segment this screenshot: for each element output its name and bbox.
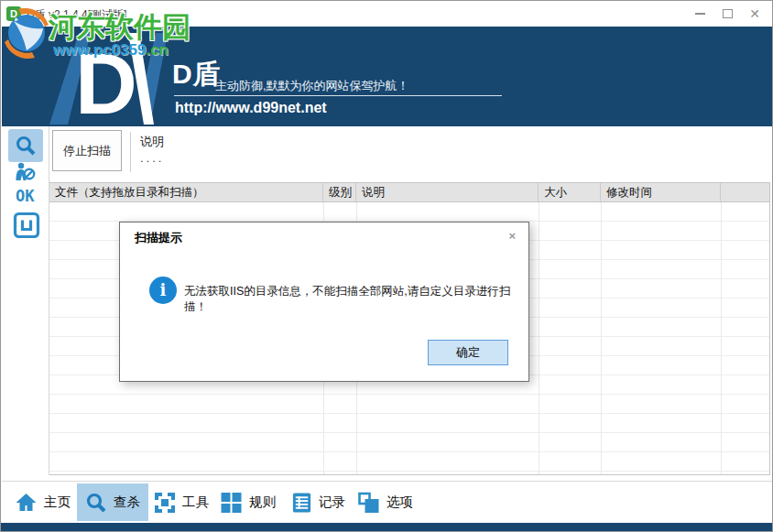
minimize-icon <box>695 13 705 15</box>
sidebar-item-ok[interactable]: OK <box>16 187 34 205</box>
column-header-extra[interactable] <box>721 183 769 201</box>
dialog-ok-button[interactable]: 确定 <box>428 340 508 365</box>
stop-scan-button[interactable]: 停止扫描 <box>52 130 122 171</box>
table-right-border <box>769 182 770 475</box>
scan-icon <box>85 492 107 514</box>
grid-line <box>721 202 722 474</box>
info-icon: i <box>149 277 177 304</box>
product-name: D盾 <box>172 56 222 93</box>
app-window: D D盾 v2.1.4.4[测试版] ✕ D D盾 主动防御,默默为你的网站保驾… <box>0 0 773 532</box>
nav-label: 工具 <box>182 494 209 511</box>
maximize-icon <box>723 9 733 18</box>
rules-icon <box>220 492 243 514</box>
close-button[interactable]: ✕ <box>741 1 768 27</box>
nav-item-scan[interactable]: 查杀 <box>77 483 148 521</box>
grid-line <box>539 202 539 474</box>
nav-label: 主页 <box>44 494 71 511</box>
nav-item-tools[interactable]: 工具 <box>146 483 217 521</box>
records-icon <box>291 492 312 514</box>
banner-url: http://www.d99net.net <box>175 100 327 116</box>
home-icon <box>15 492 38 514</box>
person-block-icon <box>13 162 37 182</box>
nav-item-rules[interactable]: 规则 <box>212 483 284 521</box>
nav-label: 记录 <box>319 494 345 511</box>
nav-item-home[interactable]: 主页 <box>6 483 79 521</box>
tools-icon <box>154 492 176 514</box>
grid-line <box>601 202 602 474</box>
search-icon <box>15 135 37 157</box>
bottom-separator <box>2 481 773 482</box>
minimize-button[interactable] <box>686 1 713 27</box>
sidebar-item-block[interactable] <box>13 162 37 186</box>
app-icon: D <box>6 6 21 21</box>
banner: D D盾 主动防御,默默为你的网站保驾护航！ http://www.d99net… <box>2 27 773 126</box>
nav-label: 选项 <box>386 494 413 511</box>
toolbar-divider <box>130 132 131 172</box>
u-box-icon <box>13 212 40 239</box>
dv-logo: D <box>48 29 169 125</box>
nav-item-records[interactable]: 记录 <box>283 483 354 521</box>
table-bottom-border <box>49 474 769 475</box>
column-header-size[interactable]: 大小 <box>539 183 601 201</box>
scan-note-body: .... <box>140 151 164 165</box>
file-table-header: 文件（支持拖放目录和扫描） 级别 说明 大小 修改时间 <box>49 182 769 202</box>
banner-tagline: 主动防御,默默为你的网站保驾护航！ <box>215 78 409 94</box>
column-header-file[interactable]: 文件（支持拖放目录和扫描） <box>49 183 323 201</box>
maximize-button[interactable] <box>713 1 741 27</box>
title-bar: D D盾 v2.1.4.4[测试版] ✕ <box>1 1 772 27</box>
sidebar-item-scan[interactable] <box>8 129 43 162</box>
nav-label: 规则 <box>249 494 276 511</box>
nav-item-options[interactable]: 选项 <box>349 483 421 521</box>
column-header-modified[interactable]: 修改时间 <box>601 183 721 201</box>
scan-note-title: 说明 <box>140 134 164 150</box>
logo-letter: D <box>75 36 137 125</box>
scan-alert-dialog: 扫描提示 × i 无法获取IIS的目录信息，不能扫描全部网站,请自定义目录进行扫… <box>119 222 529 382</box>
column-header-level[interactable]: 级别 <box>323 183 356 201</box>
close-icon: ✕ <box>749 7 760 20</box>
window-title: D盾 v2.1.4.4[测试版] <box>27 7 126 23</box>
window-controls: ✕ <box>686 1 768 27</box>
column-header-description[interactable]: 说明 <box>356 183 539 201</box>
dialog-title: 扫描提示 <box>135 230 182 246</box>
options-icon <box>357 492 380 514</box>
dialog-message: 无法获取IIS的目录信息，不能扫描全部网站,请自定义目录进行扫描！ <box>184 284 514 315</box>
banner-divider <box>174 95 502 96</box>
nav-label: 查杀 <box>114 494 140 511</box>
dialog-close-button[interactable]: × <box>508 229 516 243</box>
sidebar-item-quarantine[interactable] <box>13 212 40 243</box>
bottom-accent-bar <box>1 523 773 532</box>
